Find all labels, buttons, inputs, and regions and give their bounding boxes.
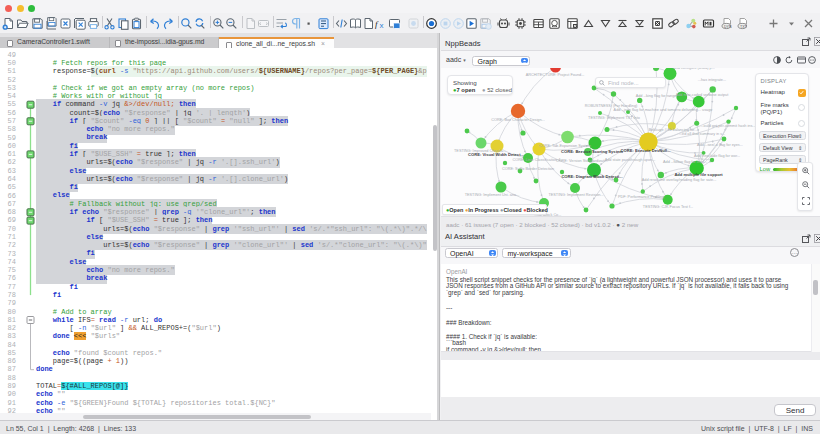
svg-text:Add resolume overlay/reading f: Add resolume overlay/reading flag for sa…: [642, 178, 717, 182]
svg-text:Add multiple file support: Add multiple file support: [674, 172, 723, 177]
svg-text:CORE: Bezuice Scoring System: CORE: Bezuice Scoring System: [561, 149, 623, 154]
svg-text:...has integrate...: ...has integrate...: [698, 78, 726, 82]
svg-text:Add --follow flag for impl...: Add --follow flag for impl...: [663, 160, 707, 164]
svg-text:CORE: Visual Width Detect...: CORE: Visual Width Detect...: [468, 152, 524, 157]
svg-text:TESTING: Implement Revision...: TESTING: Implement Revision...: [548, 193, 603, 197]
svg-text:CORE: Suffix Border Detection: CORE: Suffix Border Detection: [502, 167, 554, 171]
svg-text:DYN: DYN: [724, 25, 732, 29]
svg-text:TXT: TXT: [740, 25, 748, 29]
svg-text:Bekkuge # lib balancing for...: Bekkuge # lib balancing for...: [649, 128, 698, 132]
svg-text:Add state passthrough upon...: Add state passthrough upon...: [605, 158, 656, 162]
svg-text:ARCHITECTURE: Project Found...: ARCHITECTURE: Project Found...: [526, 73, 585, 77]
svg-text:TESTING: CJK Focus Test f...: TESTING: CJK Focus Test f...: [643, 205, 693, 209]
svg-text:Add --king flag for range: Add --king flag for range: [636, 94, 677, 98]
svg-text:CORE: Box Character Design...: CORE: Box Character Design...: [491, 118, 544, 122]
svg-text:TESTING: Implement Uni. ana...: TESTING: Implement Uni. ana...: [465, 193, 520, 197]
svg-text:CORE: Diagram Block Detecti...: CORE: Diagram Block Detecti...: [561, 174, 622, 179]
svg-text:...ed all that summary in v...: ...ed all that summary in v...: [679, 132, 725, 136]
svg-text:f: f: [375, 19, 379, 29]
svg-text:CORE: Version Standardizati...: CORE: Version Standardizati...: [556, 159, 608, 163]
svg-text:TESTING: Implement TXT Into: TESTING: Implement TXT Into: [588, 116, 640, 120]
svg-text:PDF: Performance Profiling: PDF: Performance Profiling: [618, 195, 664, 199]
svg-text:And configure (Build) p...: And configure (Build) p...: [673, 68, 715, 70]
svg-text:x: x: [379, 21, 383, 30]
svg-text:Add --see/-u flag for eyes...: Add --see/-u flag for eyes...: [697, 143, 743, 147]
svg-text:Add --exclude flag for wor...: Add --exclude flag for wor...: [694, 154, 740, 158]
svg-text:CORE: Tab-Expansion System: CORE: Tab-Expansion System: [539, 144, 591, 148]
svg-text:Add --json flag for machine an: Add --json flag for machine and tomorro …: [614, 108, 713, 112]
svg-text:CORE: Execute DevNull...: CORE: Execute DevNull...: [621, 148, 671, 153]
svg-text:Add new-coded verbose output: Add new-coded verbose output: [676, 93, 730, 97]
svg-text:...ould get per-commit hash in: ...ould get per-commit hash ins...: [700, 124, 755, 128]
